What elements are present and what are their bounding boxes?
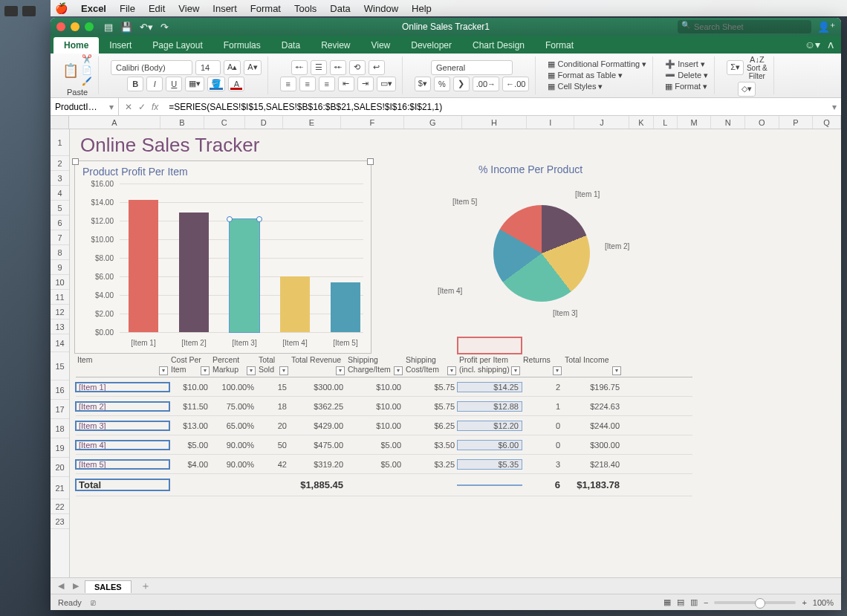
qat-undo-icon[interactable]: ↶▾ bbox=[140, 22, 153, 33]
add-sheet-icon[interactable]: ＋ bbox=[134, 580, 157, 593]
filter-icon[interactable]: ▾ bbox=[553, 366, 562, 375]
currency-icon[interactable]: $▾ bbox=[415, 77, 431, 91]
fx-icon[interactable]: fx bbox=[152, 102, 158, 112]
pie-chart[interactable]: % Income Per Product [Item 1][Item 2][It… bbox=[397, 161, 664, 354]
align-top-icon[interactable]: ⬴ bbox=[291, 60, 308, 75]
table-cell[interactable]: $429.00 bbox=[290, 421, 346, 430]
menu-tools[interactable]: Tools bbox=[294, 3, 317, 14]
tab-chart-design[interactable]: Chart Design bbox=[462, 37, 535, 54]
table-cell[interactable]: $10.00 bbox=[346, 402, 404, 411]
table-cell[interactable]: $13.00 bbox=[169, 421, 211, 430]
table-cell[interactable]: $244.00 bbox=[563, 421, 623, 430]
window-controls[interactable] bbox=[56, 22, 94, 31]
table-cell[interactable]: $12.88 bbox=[458, 402, 522, 411]
table-cell[interactable]: $4.00 bbox=[169, 460, 211, 469]
table-cell[interactable]: $196.75 bbox=[563, 383, 623, 392]
conditional-formatting-button[interactable]: ▦ Conditional Formatting ▾ bbox=[548, 59, 646, 69]
table-cell[interactable]: $224.63 bbox=[563, 402, 623, 411]
border-button[interactable]: ▦▾ bbox=[185, 77, 204, 91]
formula-input[interactable]: =SERIES(SALES!$I$15,SALES!$B$16:$B$21,SA… bbox=[164, 102, 828, 112]
filter-icon[interactable]: ▾ bbox=[201, 366, 210, 375]
format-cells-button[interactable]: ▦ Format ▾ bbox=[665, 82, 707, 91]
underline-button[interactable]: U bbox=[166, 77, 182, 91]
percent-icon[interactable]: % bbox=[434, 77, 450, 91]
sheet-tabs[interactable]: ◀ ▶ SALES ＋ bbox=[51, 577, 841, 594]
table-cell[interactable]: 18 bbox=[257, 402, 290, 411]
table-cell[interactable]: [Item 1] bbox=[76, 383, 169, 392]
align-right-icon[interactable]: ≡ bbox=[319, 77, 335, 91]
table-cell[interactable]: $10.00 bbox=[346, 421, 404, 430]
table-cell[interactable]: $5.35 bbox=[458, 460, 522, 469]
filter-icon[interactable]: ▾ bbox=[394, 366, 403, 375]
table-cell[interactable]: [Item 5] bbox=[76, 460, 169, 469]
filter-icon[interactable]: ▾ bbox=[447, 366, 456, 375]
increase-font-icon[interactable]: A▴ bbox=[224, 60, 241, 75]
delete-cells-button[interactable]: ➖ Delete ▾ bbox=[665, 71, 708, 80]
view-page-layout-icon[interactable]: ▤ bbox=[677, 597, 684, 607]
zoom-out-icon[interactable]: − bbox=[704, 598, 708, 607]
insert-cells-button[interactable]: ➕ Insert ▾ bbox=[665, 59, 705, 69]
comma-icon[interactable]: ❯ bbox=[453, 77, 470, 91]
table-row[interactable]: [Item 5]$4.0090.00%42$319.20$5.00$3.25$5… bbox=[76, 455, 692, 474]
table-row[interactable]: [Item 1]$10.00100.00%15$300.00$10.00$5.7… bbox=[76, 377, 692, 397]
bar-0[interactable] bbox=[129, 200, 158, 332]
autosum-icon[interactable]: Σ▾ bbox=[727, 60, 744, 75]
table-cell[interactable]: 1 bbox=[522, 402, 563, 411]
sales-table[interactable]: Item▾Cost Per Item▾Percent Markup▾Total … bbox=[76, 352, 692, 496]
table-cell[interactable]: $10.00 bbox=[169, 383, 211, 392]
align-center-icon[interactable]: ≡ bbox=[299, 77, 316, 91]
table-row[interactable]: [Item 3]$13.0065.00%20$429.00$10.00$6.25… bbox=[76, 416, 692, 435]
table-cell[interactable]: $5.00 bbox=[169, 441, 211, 450]
table-cell[interactable]: $3.25 bbox=[404, 460, 458, 469]
table-cell[interactable]: 3 bbox=[522, 460, 563, 469]
number-format-select[interactable]: General bbox=[431, 60, 513, 75]
table-cell[interactable]: 100.00% bbox=[211, 383, 257, 392]
increase-decimal-icon[interactable]: .00→ bbox=[473, 77, 499, 91]
align-bottom-icon[interactable]: ⬵ bbox=[330, 60, 346, 75]
view-normal-icon[interactable]: ▦ bbox=[663, 597, 671, 607]
table-cell[interactable]: $11.50 bbox=[169, 402, 211, 411]
table-cell[interactable]: $362.25 bbox=[290, 402, 346, 411]
table-cell[interactable]: $12.20 bbox=[458, 421, 522, 430]
name-box[interactable]: ProductI…▾ bbox=[51, 98, 119, 115]
menu-file[interactable]: File bbox=[120, 3, 135, 14]
column-headers[interactable]: ABCDEFGHIJKLMNOPQ bbox=[51, 116, 841, 129]
zoom-slider[interactable] bbox=[714, 601, 796, 604]
table-cell[interactable]: 75.00% bbox=[211, 402, 257, 411]
table-cell[interactable]: 0 bbox=[522, 441, 563, 450]
tab-insert[interactable]: Insert bbox=[99, 37, 142, 54]
decrease-indent-icon[interactable]: ⇤ bbox=[338, 77, 354, 91]
table-cell[interactable]: 0 bbox=[522, 421, 563, 430]
table-cell[interactable]: $6.00 bbox=[458, 441, 522, 450]
qat-workbook-icon[interactable]: ▤ bbox=[104, 22, 113, 33]
bar-chart-plot[interactable] bbox=[120, 184, 363, 332]
format-painter-icon[interactable]: 🖌️ bbox=[82, 77, 92, 86]
minimize-icon[interactable] bbox=[71, 22, 79, 31]
table-cell[interactable]: [Item 3] bbox=[76, 421, 169, 430]
wrap-text-icon[interactable]: ↩ bbox=[369, 60, 385, 75]
decrease-font-icon[interactable]: A▾ bbox=[244, 60, 261, 75]
macro-record-icon[interactable]: ⎚ bbox=[91, 598, 96, 607]
table-cell[interactable]: $218.40 bbox=[563, 460, 623, 469]
qat-save-icon[interactable]: 💾 bbox=[120, 22, 132, 33]
bar-3[interactable] bbox=[280, 276, 310, 332]
orientation-icon[interactable]: ⟲ bbox=[349, 60, 366, 75]
table-cell[interactable]: [Item 4] bbox=[76, 441, 169, 450]
table-cell[interactable]: $5.75 bbox=[404, 402, 458, 411]
sheet-nav-prev-icon[interactable]: ◀ bbox=[55, 581, 67, 591]
table-cell[interactable]: $14.25 bbox=[458, 383, 522, 392]
tab-formulas[interactable]: Formulas bbox=[213, 37, 271, 54]
cut-icon[interactable]: ✂️ bbox=[82, 54, 92, 64]
ribbon-tabs[interactable]: Home Insert Page Layout Formulas Data Re… bbox=[51, 36, 841, 54]
table-cell[interactable]: $319.20 bbox=[290, 460, 346, 469]
format-as-table-button[interactable]: ▦ Format as Table ▾ bbox=[548, 71, 623, 80]
sheet-tab-sales[interactable]: SALES bbox=[85, 580, 132, 593]
tab-page-layout[interactable]: Page Layout bbox=[142, 37, 212, 54]
menu-data[interactable]: Data bbox=[330, 3, 350, 14]
zoom-icon[interactable] bbox=[85, 22, 94, 31]
bar-chart[interactable]: Product Profit Per Item $0.00$2.00$4.00$… bbox=[74, 161, 371, 354]
italic-button[interactable]: I bbox=[146, 77, 163, 91]
clear-icon[interactable]: ◇▾ bbox=[738, 82, 756, 97]
bar-4[interactable] bbox=[331, 282, 360, 332]
menu-window[interactable]: Window bbox=[364, 3, 398, 14]
